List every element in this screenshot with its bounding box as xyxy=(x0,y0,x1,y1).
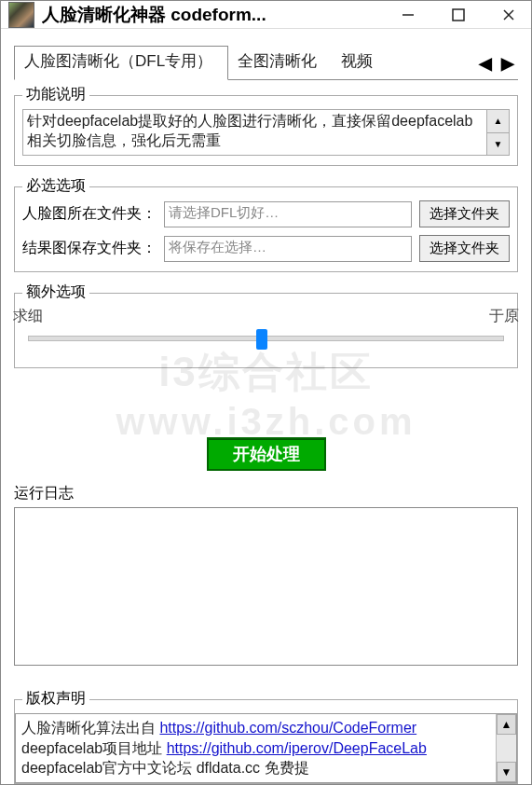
minimize-button[interactable] xyxy=(397,4,419,26)
copyright-scrollbar[interactable]: ▲ ▼ xyxy=(496,714,516,782)
desc-scroll-down-icon[interactable]: ▼ xyxy=(487,133,509,156)
deepfacelab-link[interactable]: https://github.com/iperov/DeepFaceLab xyxy=(167,740,427,756)
titlebar: 人脸清晰化神器 codeform... xyxy=(1,1,531,29)
maximize-button[interactable] xyxy=(447,4,470,26)
slider-left-label: 求细 xyxy=(13,307,43,326)
group-description: 功能说明 针对deepfacelab提取好的人脸图进行清晰化，直接保留deepf… xyxy=(14,95,518,166)
output-folder-field[interactable]: 将保存在选择… xyxy=(164,236,412,262)
tab-content: 功能说明 针对deepfacelab提取好的人脸图进行清晰化，直接保留deepf… xyxy=(1,80,531,784)
app-icon xyxy=(8,2,34,28)
tab-scroll-right[interactable]: ▶ xyxy=(498,53,518,74)
start-button[interactable]: 开始处理 xyxy=(207,437,326,471)
group-required-title: 必选选项 xyxy=(22,176,89,196)
close-icon xyxy=(502,8,515,21)
window-title: 人脸清晰化神器 codeform... xyxy=(42,3,397,27)
log-textarea[interactable] xyxy=(14,507,518,666)
log-title: 运行日志 xyxy=(14,484,518,503)
tab-full-image[interactable]: 全图清晰化 xyxy=(228,47,332,79)
tab-video[interactable]: 视频 xyxy=(332,47,388,79)
choose-input-folder-button[interactable]: 选择文件夹 xyxy=(419,200,510,227)
copyright-line1-text: 人脸清晰化算法出自 xyxy=(21,720,159,736)
fidelity-slider[interactable] xyxy=(28,336,504,341)
scroll-up-icon[interactable]: ▲ xyxy=(497,714,516,735)
copyright-line3-text: deepfacelab官方中文论坛 dfldata.cc 免费提 xyxy=(21,760,309,776)
slider-right-label: 于原 xyxy=(489,307,519,326)
app-window: 人脸清晰化神器 codeform... 人脸图清晰化（DFL专用） 全图清晰化 … xyxy=(0,0,532,785)
slider-thumb[interactable] xyxy=(256,329,267,350)
log-section: 运行日志 xyxy=(14,484,518,666)
scroll-down-icon[interactable]: ▼ xyxy=(497,762,516,782)
tab-bar: 人脸图清晰化（DFL专用） 全图清晰化 视频 ◀ ▶ xyxy=(1,46,531,80)
codeformer-link[interactable]: https://github.com/sczhou/CodeFormer xyxy=(159,720,416,736)
description-scroll[interactable]: ▲ ▼ xyxy=(486,110,509,155)
input-folder-label: 人脸图所在文件夹： xyxy=(22,204,157,224)
input-folder-field[interactable]: 请选择DFL切好… xyxy=(164,201,412,227)
group-extra-title: 额外选项 xyxy=(22,282,89,302)
output-folder-label: 结果图保存文件夹： xyxy=(22,239,157,258)
tab-dfl-face[interactable]: 人脸图清晰化（DFL专用） xyxy=(14,46,228,80)
desc-scroll-up-icon[interactable]: ▲ xyxy=(487,110,509,133)
svg-rect-1 xyxy=(453,9,464,21)
copyright-text: 人脸清晰化算法出自 https://github.com/sczhou/Code… xyxy=(16,714,496,782)
minimize-icon xyxy=(402,8,415,21)
group-copyright: 版权声明 人脸清晰化算法出自 https://github.com/sczhou… xyxy=(14,699,518,784)
copyright-line2-text: deepfacelab项目地址 xyxy=(21,740,167,756)
tab-scroll-left[interactable]: ◀ xyxy=(475,53,496,74)
group-required: 必选选项 人脸图所在文件夹： 请选择DFL切好… 选择文件夹 结果图保存文件夹：… xyxy=(14,186,518,272)
group-copyright-title: 版权声明 xyxy=(22,689,89,709)
group-extra: 额外选项 求细 于原 xyxy=(14,293,518,368)
choose-output-folder-button[interactable]: 选择文件夹 xyxy=(419,235,510,262)
maximize-icon xyxy=(452,8,465,21)
group-description-title: 功能说明 xyxy=(22,85,89,104)
close-button[interactable] xyxy=(498,4,520,26)
description-text: 针对deepfacelab提取好的人脸图进行清晰化，直接保留deepfacela… xyxy=(23,110,486,155)
